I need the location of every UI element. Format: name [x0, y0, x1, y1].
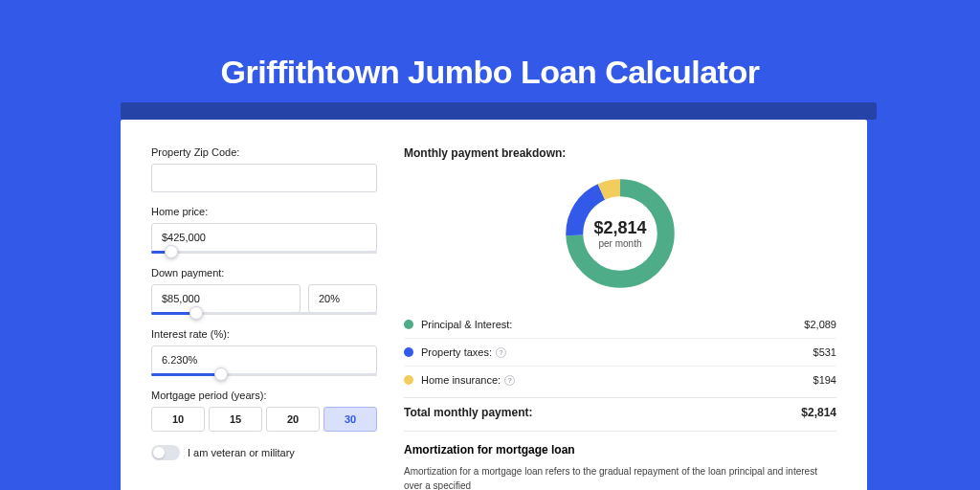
- veteran-toggle[interactable]: [151, 445, 180, 460]
- donut-chart: $2,814 per month: [560, 173, 680, 294]
- breakdown-column: Monthly payment breakdown: $2,814 per mo…: [404, 146, 836, 490]
- donut-sublabel: per month: [598, 238, 641, 249]
- down-amount-input[interactable]: [151, 284, 301, 313]
- info-icon[interactable]: ?: [496, 347, 506, 358]
- legend-label: Property taxes:?: [421, 346, 813, 358]
- amortization-section: Amortization for mortgage loan Amortizat…: [404, 431, 836, 490]
- term-button-group: 10152030: [151, 407, 377, 432]
- rate-label: Interest rate (%):: [151, 328, 377, 340]
- down-label: Down payment:: [151, 267, 377, 278]
- veteran-field: I am veteran or military: [151, 445, 377, 460]
- price-label: Home price:: [151, 206, 377, 217]
- price-input[interactable]: [151, 223, 377, 252]
- down-slider-thumb[interactable]: [189, 306, 203, 320]
- rate-slider[interactable]: [151, 373, 377, 376]
- term-button-15[interactable]: 15: [209, 407, 262, 432]
- price-slider[interactable]: [151, 251, 377, 254]
- legend-label: Home insurance:?: [421, 374, 813, 386]
- page-title: Griffithtown Jumbo Loan Calculator: [0, 54, 980, 91]
- legend-row-2: Home insurance:?$194: [404, 367, 836, 393]
- legend-row-1: Property taxes:?$531: [404, 339, 836, 367]
- rate-slider-thumb[interactable]: [214, 368, 228, 381]
- donut-chart-wrap: $2,814 per month: [404, 173, 836, 294]
- donut-value: $2,814: [593, 218, 646, 238]
- total-value: $2,814: [801, 406, 836, 419]
- breakdown-title: Monthly payment breakdown:: [404, 146, 836, 160]
- rate-input[interactable]: [151, 345, 377, 374]
- down-slider[interactable]: [151, 312, 377, 315]
- rate-field: Interest rate (%):: [151, 328, 377, 376]
- legend-value: $194: [813, 374, 836, 386]
- total-label: Total monthly payment:: [404, 406, 532, 419]
- zip-label: Property Zip Code:: [151, 146, 377, 158]
- zip-field: Property Zip Code:: [151, 146, 377, 192]
- term-label: Mortgage period (years):: [151, 390, 377, 401]
- veteran-label: I am veteran or military: [188, 447, 295, 458]
- legend-dot-icon: [404, 347, 413, 357]
- down-pct-input[interactable]: [308, 284, 377, 313]
- legend-value: $2,089: [804, 319, 836, 330]
- legend-dot-icon: [404, 320, 413, 329]
- term-field: Mortgage period (years): 10152030: [151, 390, 377, 432]
- price-slider-thumb[interactable]: [165, 245, 178, 258]
- term-button-30[interactable]: 30: [323, 407, 377, 432]
- legend-row-0: Principal & Interest:$2,089: [404, 311, 836, 339]
- legend: Principal & Interest:$2,089Property taxe…: [404, 311, 836, 393]
- price-field: Home price:: [151, 206, 377, 254]
- legend-value: $531: [813, 346, 836, 358]
- term-button-10[interactable]: 10: [151, 407, 205, 432]
- amortization-title: Amortization for mortgage loan: [404, 443, 836, 457]
- info-icon[interactable]: ?: [504, 375, 515, 386]
- down-field: Down payment:: [151, 267, 377, 315]
- legend-dot-icon: [404, 375, 413, 385]
- calculator-card: Property Zip Code: Home price: Down paym…: [121, 120, 867, 490]
- zip-input[interactable]: [151, 164, 377, 192]
- term-button-20[interactable]: 20: [266, 407, 320, 432]
- card-shadow: [121, 102, 877, 120]
- legend-label: Principal & Interest:: [421, 319, 804, 330]
- total-row: Total monthly payment: $2,814: [404, 397, 836, 431]
- amortization-body: Amortization for a mortgage loan refers …: [404, 464, 836, 490]
- form-column: Property Zip Code: Home price: Down paym…: [151, 146, 377, 490]
